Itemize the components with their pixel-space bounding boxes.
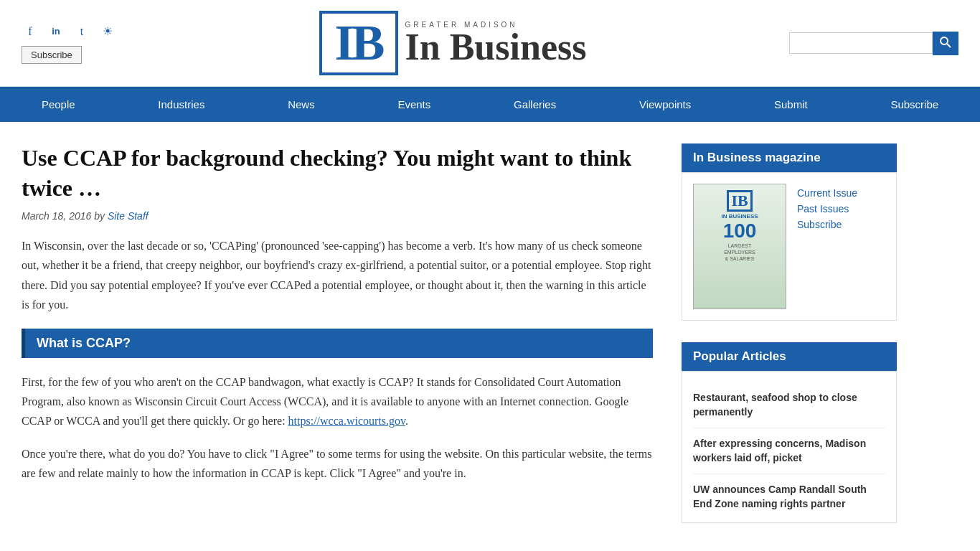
- article-paragraph-3: Once you're there, what do you do? You h…: [22, 444, 653, 483]
- nav-industries[interactable]: Industries: [143, 87, 219, 122]
- search-button[interactable]: [933, 32, 958, 55]
- cover-sub: LARGESTEMPLOYERS& SALARIES: [721, 242, 758, 262]
- header-search: [789, 32, 958, 55]
- social-icons-group: f in t ☀: [22, 23, 116, 40]
- nav-events[interactable]: Events: [383, 87, 445, 122]
- linkedin-icon[interactable]: in: [47, 23, 65, 40]
- article-author-link[interactable]: Site Staff: [108, 210, 149, 222]
- logo-inbusiness-text: In Business: [405, 29, 587, 66]
- sidebar: In Business magazine IB IN BUSINESS 100 …: [682, 143, 897, 545]
- current-issue-link[interactable]: Current Issue: [797, 187, 857, 199]
- nav-people[interactable]: People: [27, 87, 90, 122]
- popular-article-1-link[interactable]: Restaurant, seafood shop to close perman…: [693, 392, 857, 418]
- sidebar-magazine-title: In Business magazine: [682, 143, 897, 172]
- magazine-subscribe-link[interactable]: Subscribe: [797, 219, 857, 230]
- logo-box: IB: [319, 11, 398, 75]
- magazine-links: Current Issue Past Issues Subscribe: [797, 184, 857, 309]
- article-paragraph-1: In Wisconsin, over the last decade or so…: [22, 236, 653, 314]
- ccap-link[interactable]: https://wcca.wicourts.gov: [288, 415, 405, 427]
- article-paragraph-2: First, for the few of you who aren't on …: [22, 372, 653, 431]
- sidebar-popular-section: Popular Articles Restaurant, seafood sho…: [682, 342, 897, 523]
- popular-article-3-link[interactable]: UW announces Camp Randall South End Zone…: [693, 484, 867, 509]
- cover-badge: 100: [723, 220, 757, 242]
- popular-article-2: After expressing concerns, Madison worke…: [693, 428, 885, 474]
- svg-point-0: [941, 37, 948, 44]
- main-container: Use CCAP for background checking? You mi…: [0, 122, 980, 551]
- twitter-icon[interactable]: t: [73, 23, 90, 40]
- nav-submit[interactable]: Submit: [760, 87, 822, 122]
- popular-article-3: UW announces Camp Randall South End Zone…: [693, 474, 885, 511]
- cover-logo-ib: IB: [731, 192, 748, 210]
- cover-logo-box: IB: [727, 190, 753, 212]
- article-by: by: [94, 210, 108, 222]
- article-meta: March 18, 2016 by Site Staff: [22, 210, 653, 222]
- main-article: Use CCAP for background checking? You mi…: [22, 143, 653, 545]
- magazine-box: IB IN BUSINESS 100 LARGESTEMPLOYERS& SAL…: [682, 172, 897, 321]
- main-nav: People Industries News Events Galleries …: [0, 87, 980, 122]
- header-subscribe-button[interactable]: Subscribe: [22, 46, 82, 64]
- logo-text-group: GREATER MADISON In Business: [398, 21, 587, 66]
- logo-ib-letters: IB: [335, 18, 382, 68]
- popular-articles-list: Restaurant, seafood shop to close perman…: [682, 371, 897, 523]
- nav-galleries[interactable]: Galleries: [499, 87, 570, 122]
- article-body: In Wisconsin, over the last decade or so…: [22, 236, 653, 483]
- nav-subscribe[interactable]: Subscribe: [876, 87, 953, 122]
- article-section-header: What is CCAP?: [22, 329, 653, 358]
- sidebar-magazine-section: In Business magazine IB IN BUSINESS 100 …: [682, 143, 897, 321]
- header-left: f in t ☀ Subscribe: [22, 23, 116, 64]
- nav-viewpoints[interactable]: Viewpoints: [625, 87, 705, 122]
- site-header: f in t ☀ Subscribe IB GREATER MADISON In…: [0, 0, 980, 87]
- article-date: March 18, 2016: [22, 210, 91, 222]
- popular-article-1: Restaurant, seafood shop to close perman…: [693, 382, 885, 428]
- article-title: Use CCAP for background checking? You mi…: [22, 143, 653, 203]
- svg-line-1: [947, 44, 951, 47]
- facebook-icon[interactable]: f: [22, 23, 39, 40]
- instagram-icon[interactable]: ☀: [99, 23, 116, 40]
- site-logo: IB GREATER MADISON In Business: [319, 11, 587, 75]
- past-issues-link[interactable]: Past Issues: [797, 203, 857, 215]
- sidebar-popular-title: Popular Articles: [682, 342, 897, 371]
- search-input[interactable]: [789, 32, 933, 54]
- popular-article-2-link[interactable]: After expressing concerns, Madison worke…: [693, 438, 866, 463]
- magazine-cover-image: IB IN BUSINESS 100 LARGESTEMPLOYERS& SAL…: [693, 184, 786, 309]
- nav-news[interactable]: News: [273, 87, 329, 122]
- search-icon: [940, 37, 951, 48]
- cover-title-text: IN BUSINESS: [721, 213, 758, 220]
